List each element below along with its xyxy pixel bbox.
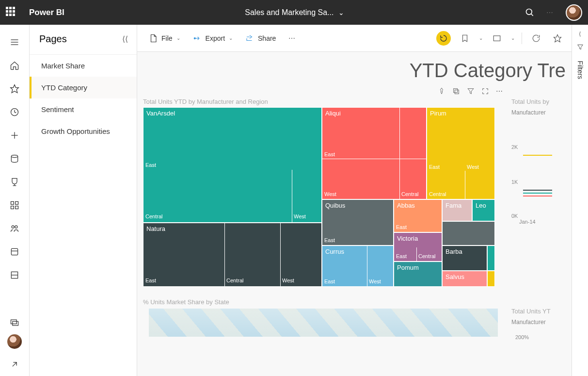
home-icon[interactable] xyxy=(0,54,30,77)
treemap-cell[interactable]: VictoriaEastCentral xyxy=(394,232,442,262)
treemap-cell-label: Salvus xyxy=(445,273,464,280)
nav-rail xyxy=(0,25,30,376)
share-button[interactable]: Share xyxy=(240,31,281,46)
svg-marker-5 xyxy=(11,85,19,93)
visual-more-icon[interactable]: ⋯ xyxy=(496,87,505,96)
app-launcher-icon[interactable] xyxy=(6,7,17,18)
deployment-pipelines-icon[interactable] xyxy=(0,311,30,334)
treemap-cell[interactable]: Salvus xyxy=(442,271,487,287)
datasets-icon[interactable] xyxy=(0,147,30,170)
recent-icon[interactable] xyxy=(0,100,30,124)
treemap-region-label: East xyxy=(145,162,156,168)
treemap-visual[interactable]: VanArsdelEastCentralWestNaturaEastCentra… xyxy=(143,107,495,287)
treemap-region-label: Central xyxy=(429,191,446,197)
axis-0k: 0K xyxy=(511,213,518,219)
sparkline xyxy=(523,190,552,191)
svg-point-0 xyxy=(526,9,532,15)
treemap-cell[interactable]: NaturaEastCentralWest xyxy=(143,223,322,287)
apps-icon[interactable] xyxy=(0,194,30,217)
side-chart-title: Total Units by xyxy=(511,98,566,105)
treemap-title: Total Units YTD by Manufacturer and Regi… xyxy=(143,98,504,105)
svg-rect-11 xyxy=(16,202,18,205)
svg-rect-19 xyxy=(13,322,18,326)
treemap-cell[interactable]: AbbasEast xyxy=(394,199,442,232)
chevron-down-icon: ⌄ xyxy=(229,35,233,41)
treemap-cell[interactable]: QuibusEast xyxy=(322,199,394,245)
filters-icon[interactable] xyxy=(576,43,584,53)
copy-icon[interactable] xyxy=(452,87,461,96)
filter-icon[interactable] xyxy=(467,87,476,96)
treemap-region-label: East xyxy=(396,253,407,259)
treemap-cell[interactable] xyxy=(442,221,495,245)
pages-title: Pages xyxy=(39,33,67,45)
treemap-region-label: East xyxy=(145,278,156,283)
collapse-icon[interactable]: ⟨⟨ xyxy=(122,34,128,44)
treemap-cell-label: Abbas xyxy=(397,202,415,209)
export-menu[interactable]: Export ⌄ xyxy=(188,31,238,46)
treemap-cell[interactable]: Barba xyxy=(442,245,487,271)
file-menu[interactable]: File ⌄ xyxy=(144,31,185,46)
treemap-cell[interactable]: CurrusEastWest xyxy=(322,245,394,287)
bookmark-icon[interactable] xyxy=(458,31,472,46)
external-link-icon[interactable] xyxy=(0,353,30,376)
treemap-cell[interactable]: VanArsdelEastCentralWest xyxy=(143,107,322,223)
svg-point-14 xyxy=(12,226,14,228)
treemap-cell-label: Barba xyxy=(445,248,462,255)
treemap-cell-label: Natura xyxy=(146,225,165,232)
workspace-title[interactable]: Sales and Marketing Sa... xyxy=(245,8,334,17)
axis-date: Jan-14 xyxy=(519,219,536,225)
sparkline xyxy=(523,155,552,156)
treemap-region-label: Central xyxy=(418,253,435,259)
chevron-down-icon[interactable]: ⌄ xyxy=(511,35,515,41)
treemap-region-label: West xyxy=(369,278,381,284)
favorites-icon[interactable] xyxy=(0,77,30,100)
svg-rect-16 xyxy=(11,248,17,255)
page-item-sentiment[interactable]: Sentiment xyxy=(30,98,137,120)
treemap-cell-label: VanArsdel xyxy=(146,110,175,117)
avatar[interactable] xyxy=(566,4,582,21)
reset-icon[interactable] xyxy=(436,31,451,46)
treemap-region-label: East xyxy=(429,164,440,170)
treemap-cell[interactable]: PirumEastWestCentral xyxy=(427,107,495,199)
chevron-down-icon[interactable]: ⌄ xyxy=(479,35,483,41)
treemap-cell[interactable]: Leo xyxy=(472,199,495,221)
focus-icon[interactable] xyxy=(481,87,490,96)
expand-filters-icon[interactable]: ⟨ xyxy=(579,31,581,37)
treemap-cell[interactable] xyxy=(487,245,495,271)
view-icon[interactable] xyxy=(490,31,504,46)
report-title: YTD Category Tre xyxy=(137,60,572,82)
favorite-icon[interactable] xyxy=(550,31,565,46)
treemap-region-label: West xyxy=(294,213,306,219)
treemap-cell[interactable]: Pomum xyxy=(394,262,442,287)
page-item-market-share[interactable]: Market Share xyxy=(30,55,137,77)
pin-icon[interactable] xyxy=(438,87,446,96)
chevron-down-icon[interactable]: ⌄ xyxy=(338,9,344,16)
more-icon[interactable]: ⋯ xyxy=(545,8,555,17)
treemap-cell[interactable]: Fama xyxy=(442,199,472,221)
shared-icon[interactable] xyxy=(0,217,30,240)
refresh-icon[interactable] xyxy=(529,31,543,46)
treemap-region-label: East xyxy=(324,237,335,243)
map-visual[interactable] xyxy=(149,309,498,337)
treemap-cell-label: Aliqui xyxy=(325,110,341,117)
page-item-growth-opportunities[interactable]: Growth Opportunities xyxy=(30,120,137,142)
page-item-ytd-category[interactable]: YTD Category xyxy=(30,77,137,98)
filters-label[interactable]: Filters xyxy=(576,61,584,79)
search-icon[interactable] xyxy=(525,8,535,17)
create-icon[interactable] xyxy=(0,124,30,147)
treemap-region-label: Central xyxy=(226,278,243,283)
svg-rect-25 xyxy=(454,89,458,93)
goals-icon[interactable] xyxy=(0,170,30,194)
menu-icon[interactable] xyxy=(0,31,30,54)
rail-avatar[interactable] xyxy=(7,334,22,349)
filters-pane: ⟨ Filters xyxy=(572,25,588,376)
treemap-cell-label: Quibus xyxy=(325,202,345,209)
treemap-cell[interactable] xyxy=(487,271,495,287)
toolbar-more-icon[interactable]: ⋯ xyxy=(284,32,301,45)
learn-icon[interactable] xyxy=(0,240,30,263)
axis-1k: 1K xyxy=(511,179,566,185)
workspaces-icon[interactable] xyxy=(0,263,30,287)
treemap-cell-label: Leo xyxy=(476,202,486,209)
chevron-down-icon: ⌄ xyxy=(176,35,180,41)
treemap-cell[interactable]: AliquiEastWestCentral xyxy=(322,107,427,199)
